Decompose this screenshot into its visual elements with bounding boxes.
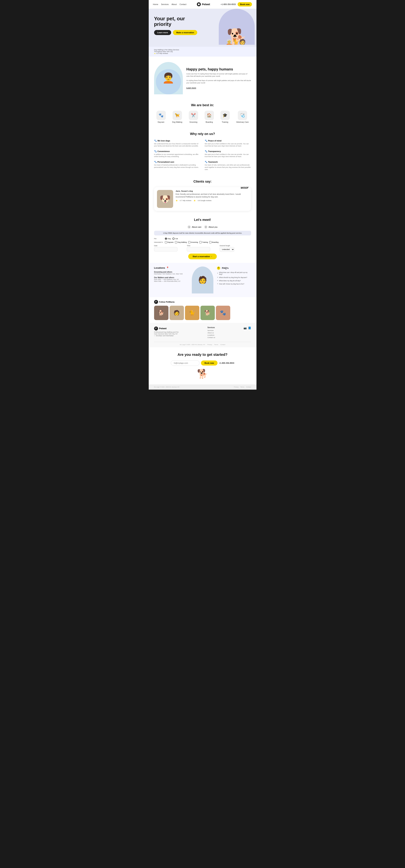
pet-dog-option[interactable]: Dog [165, 238, 171, 240]
why-item-teamwork: 🐾Teamwork Our team of vets, technicians,… [205, 161, 251, 171]
why-item-transparency: 🐾Transparency We want you to feel confid… [205, 150, 251, 158]
bottom-privacy[interactable]: Privacy [234, 386, 238, 388]
paw-icon-3: 🐾 [154, 150, 157, 153]
photo-2[interactable]: 🧑 [170, 306, 184, 320]
service-training[interactable]: 🎓 Training [221, 111, 230, 123]
meet-title: Let's meet! [154, 218, 251, 222]
cb-daycare-box[interactable] [165, 241, 167, 243]
tab-about-you[interactable]: 2 About you [204, 225, 217, 228]
woof-label: WOOF [241, 186, 248, 189]
photo-5[interactable]: 🐾 [216, 306, 230, 320]
footer-logo: P Petwet [154, 327, 179, 331]
service-boarding[interactable]: 🏠 Boarding [205, 111, 214, 123]
cat-radio-dot[interactable] [172, 238, 175, 240]
cb-grooming-box[interactable] [188, 241, 190, 243]
faq-item-3[interactable]: ▼ What does my dog do all day? [217, 280, 251, 282]
length-select[interactable]: Undecided [220, 247, 234, 252]
why-item-peace: 🐾Peace of mind We want you to feel confi… [205, 140, 251, 147]
footer-privacy[interactable]: Privacy [207, 344, 212, 345]
loc-walkers-addr1: East Side — 444 Madison Ave, NY [154, 279, 188, 280]
daycare-label: Daycare [158, 121, 164, 123]
cb-walking-box[interactable] [175, 241, 177, 243]
promo-text: 1 Day FREE daycare trail for new clients… [163, 232, 242, 234]
why-item-love: 🐾We love dogs We understand that your fu… [154, 140, 200, 147]
loc-grooming: Grooming and others Manhattan, 944 Madis… [154, 271, 188, 275]
nav-home[interactable]: Home [153, 3, 158, 5]
photo-1[interactable]: 🐕 [154, 306, 168, 320]
site-logo: Petwet [197, 2, 210, 6]
nav-services[interactable]: Services [161, 3, 169, 5]
promo-banner: 1 Day FREE daycare trail for new clients… [154, 231, 251, 236]
footer-links: Services Services About us Locations Con… [207, 327, 215, 339]
training-label: Training [222, 121, 228, 123]
tab-num-2: 2 [204, 225, 207, 228]
paw-icon-4: 🐾 [205, 150, 207, 153]
facebook-icon[interactable]: 📘 [248, 327, 251, 330]
google-icon: ⭐ [194, 200, 196, 202]
faq-item-4[interactable]: ▼ How will I know my dog has to fun? [217, 283, 251, 285]
footer-link-locations[interactable]: Locations [207, 334, 215, 336]
daycare-icon: 🐾 [157, 111, 166, 120]
cta-email-input[interactable] [171, 360, 200, 366]
pet-cat-option[interactable]: Cat [172, 238, 178, 240]
reservation-button[interactable]: Make a reservation [173, 30, 197, 35]
cb-daycare[interactable]: Daycare [165, 241, 174, 243]
reviewer-name: Jane, Susan's dog [176, 190, 248, 192]
dog-radio-dot[interactable] [165, 238, 167, 240]
footer-link-services[interactable]: Services [207, 330, 215, 331]
footer-link-contact[interactable]: Contact us [207, 337, 215, 338]
faq-item-1[interactable]: ▼ What time can I drop off and pick up m… [217, 272, 251, 275]
review-dog-image: 🐶 [157, 190, 173, 208]
cb-dog-walking[interactable]: Dog Walking [175, 241, 187, 243]
happy-learn-more[interactable]: Learn more [187, 87, 196, 89]
photo-4[interactable]: 🐕 [200, 306, 215, 320]
footer-link-about[interactable]: About us [207, 332, 215, 334]
nav-contact[interactable]: Contact [179, 3, 187, 5]
service-veterinary[interactable]: 🩺 Veterinary Care [236, 111, 248, 123]
date-time-inputs: Date Time Desired length Undecided [154, 245, 251, 252]
cb-training[interactable]: Training [199, 241, 208, 243]
time-input[interactable] [187, 247, 210, 251]
bottom-bar: No Logo © 2024 · 2000 NY, Avenue, NY Pri… [149, 384, 257, 390]
tab-about-care[interactable]: 1 About care [188, 225, 201, 228]
date-input[interactable] [154, 247, 177, 251]
hero-content: Your pet, our priority Learn more Make a… [154, 16, 201, 35]
nav-about[interactable]: About [171, 3, 177, 5]
instagram-icon[interactable]: 📷 [243, 327, 246, 330]
grooming-icon: ✂️ [189, 111, 198, 120]
cb-grooming[interactable]: Grooming [188, 241, 198, 243]
cb-training-box[interactable] [199, 241, 202, 243]
learn-more-button[interactable]: Learn more [154, 30, 171, 35]
service-grooming[interactable]: ✂️ Grooming [189, 111, 198, 123]
start-reservation-button[interactable]: Start a reservation → [188, 254, 217, 259]
service-dog-walking[interactable]: 🦮 Dog Walking [172, 111, 182, 123]
photo-3[interactable]: 🐈 [185, 306, 199, 320]
faq-column: ? FAQ's ▼ What time can I drop off and p… [217, 267, 251, 293]
footer-contact[interactable]: Contact [221, 344, 226, 345]
cb-boarding-box[interactable] [209, 241, 211, 243]
grooming-label: Grooming [190, 121, 197, 123]
subhero-rating: ★ 4.9 Yelp reviews [154, 53, 179, 55]
book-button[interactable]: Book now [238, 2, 252, 6]
happy-desc2: I'm styling these final days of summer w… [187, 80, 251, 84]
bottom-contact[interactable]: Contact [246, 386, 251, 388]
training-icon: 🎓 [221, 111, 230, 120]
bottom-terms[interactable]: Terms [240, 386, 244, 388]
hero-section: Your pet, our priority Learn more Make a… [149, 9, 257, 47]
chevron-down-icon-4: ▼ [217, 283, 218, 285]
star-icon: ★ [154, 53, 156, 55]
happy-content: Happy pets, happy humans Come see how I'… [187, 67, 251, 89]
why-item-convenience: 🐾Convenience In addition to our convenie… [154, 150, 200, 158]
footer-terms[interactable]: Terms [214, 344, 218, 345]
center-image-area: 🧑 [192, 267, 213, 293]
faq-item-2[interactable]: ▼ What should my dog bring for daycare? [217, 277, 251, 278]
cta-book-button[interactable]: Book now [201, 361, 218, 366]
cb-boarding[interactable]: Boarding [209, 241, 218, 243]
hero-people-illustration: 🧑‍🦳🐈🧑 [154, 39, 251, 47]
services-checkbox-group: Daycare Dog Walking Grooming Training Bo… [165, 241, 218, 243]
service-daycare[interactable]: 🐾 Daycare [157, 111, 166, 123]
meet-tabs: 1 About care 2 About you [154, 225, 251, 228]
subhero-line2: Throughout New York City [154, 51, 179, 53]
length-group: Desired length Undecided [220, 245, 251, 252]
loc-walkers-name: Our Walkers and others [154, 277, 188, 279]
